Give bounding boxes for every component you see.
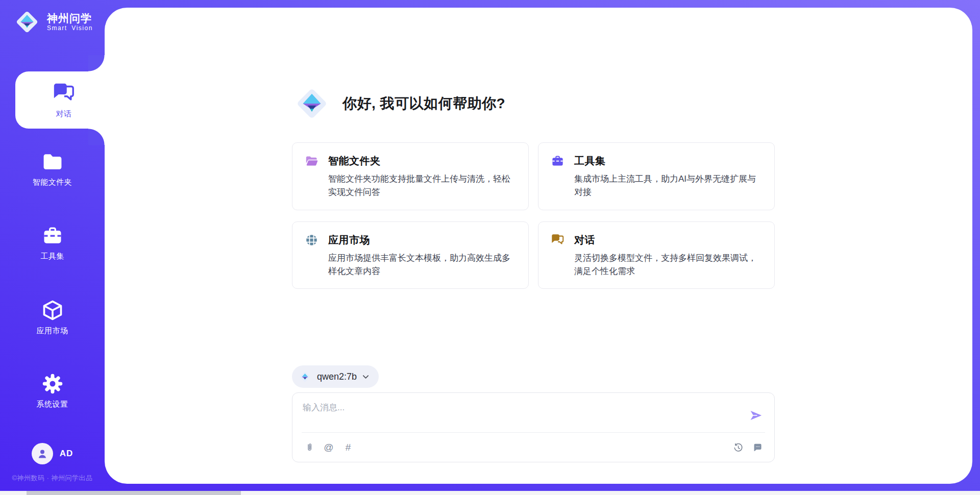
history-button[interactable]	[731, 441, 745, 454]
card-description: 集成市场上主流工具，助力AI与外界无缝扩展与对接	[551, 172, 762, 200]
feature-card-app-market[interactable]: 应用市场 应用市场提供丰富长文本模板，助力高效生成多样化文章内容	[292, 221, 529, 289]
card-description: 应用市场提供丰富长文本模板，助力高效生成多样化文章内容	[305, 252, 516, 279]
conversation-button[interactable]	[751, 441, 764, 454]
sidebar-item-label: 应用市场	[37, 326, 68, 336]
model-name: qwen2:7b	[317, 372, 357, 382]
chevron-down-icon	[362, 373, 370, 381]
model-diamond-icon	[298, 370, 312, 384]
brand-diamond-icon	[12, 7, 42, 37]
gear-icon	[41, 373, 64, 395]
toolbox-icon	[551, 154, 565, 168]
brand-text: 神州问学 Smart Vision	[47, 12, 93, 32]
message-composer: @ #	[292, 392, 775, 462]
chat-icon	[52, 82, 76, 105]
mention-button[interactable]: @	[322, 441, 335, 454]
feature-cards: 智能文件夹 智能文件夹功能支持批量文件上传与清洗，轻松实现文件问答 工具集 集成…	[292, 142, 775, 289]
person-icon	[36, 448, 48, 460]
send-button[interactable]	[749, 408, 763, 423]
at-icon: @	[324, 442, 333, 453]
hash-icon: #	[346, 442, 351, 453]
sidebar-item-app-market[interactable]: 应用市场	[0, 299, 105, 336]
sidebar-item-label: 对话	[56, 109, 72, 119]
chat-icon	[551, 233, 565, 247]
toolbox-icon	[41, 225, 64, 247]
model-selector[interactable]: qwen2:7b	[292, 365, 379, 388]
welcome-greeting: 你好, 我可以如何帮助你?	[342, 94, 505, 113]
attach-file-button[interactable]	[303, 441, 316, 454]
sidebar-item-label: 智能文件夹	[33, 178, 72, 187]
hashtag-button[interactable]: #	[341, 441, 355, 454]
main-content: 你好, 我可以如何帮助你? 智能文件夹 智能文件夹功能支持批量文件上传与清洗，轻…	[105, 8, 972, 484]
sidebar-item-chat[interactable]: 对话	[15, 71, 112, 129]
card-title: 应用市场	[328, 233, 370, 247]
welcome-header: 你好, 我可以如何帮助你?	[291, 83, 505, 124]
avatar	[32, 443, 53, 464]
paperclip-icon	[304, 442, 315, 453]
sidebar-item-label: 工具集	[40, 252, 64, 261]
sidebar-item-toolset[interactable]: 工具集	[0, 225, 105, 261]
folder-open-icon	[305, 154, 318, 168]
card-title: 对话	[574, 233, 595, 247]
card-header: 智能文件夹	[305, 154, 516, 168]
card-title: 智能文件夹	[328, 154, 381, 168]
cube-icon	[41, 299, 64, 321]
feature-card-toolset[interactable]: 工具集 集成市场上主流工具，助力AI与外界无缝扩展与对接	[538, 142, 775, 210]
feature-card-chat[interactable]: 对话 灵活切换多模型文件，支持多样回复效果调试，满足个性化需求	[538, 221, 775, 289]
sidebar-item-smart-folder[interactable]: 智能文件夹	[0, 151, 105, 187]
user-name: AD	[60, 449, 74, 459]
send-icon	[749, 408, 763, 423]
grid-globe-icon	[305, 233, 318, 247]
horizontal-scrollbar[interactable]	[0, 491, 980, 495]
brand-logo: 神州问学 Smart Vision	[12, 7, 93, 37]
card-header: 对话	[551, 233, 762, 247]
folder-icon	[41, 151, 64, 173]
user-profile[interactable]: AD	[0, 443, 105, 464]
history-icon	[733, 442, 744, 453]
card-title: 工具集	[574, 154, 606, 168]
scrollbar-thumb[interactable]	[27, 491, 241, 495]
message-input[interactable]	[292, 393, 731, 431]
app-window: 神州问学 Smart Vision 对话 智能文件夹 工具集 应用市场 系统设置	[0, 0, 980, 495]
composer-toolbar: @ #	[292, 433, 774, 462]
feature-card-smart-folder[interactable]: 智能文件夹 智能文件夹功能支持批量文件上传与清洗，轻松实现文件问答	[292, 142, 529, 210]
sidebar: 神州问学 Smart Vision 对话 智能文件夹 工具集 应用市场 系统设置	[0, 0, 105, 495]
tab-curve-top	[88, 55, 105, 71]
card-description: 智能文件夹功能支持批量文件上传与清洗，轻松实现文件问答	[305, 172, 516, 200]
sidebar-item-settings[interactable]: 系统设置	[0, 373, 105, 409]
brand-name: 神州问学	[47, 12, 93, 24]
brand-subtitle: Smart Vision	[47, 24, 93, 32]
sidebar-item-label: 系统设置	[37, 400, 68, 409]
tab-curve-bottom	[88, 129, 105, 145]
chat-bubble-icon	[752, 442, 763, 453]
card-description: 灵活切换多模型文件，支持多样回复效果调试，满足个性化需求	[551, 252, 762, 279]
card-header: 工具集	[551, 154, 762, 168]
card-header: 应用市场	[305, 233, 516, 247]
copyright-text: ©神州数码 · 神州问学出品	[0, 474, 105, 483]
assistant-diamond-icon	[291, 83, 332, 124]
